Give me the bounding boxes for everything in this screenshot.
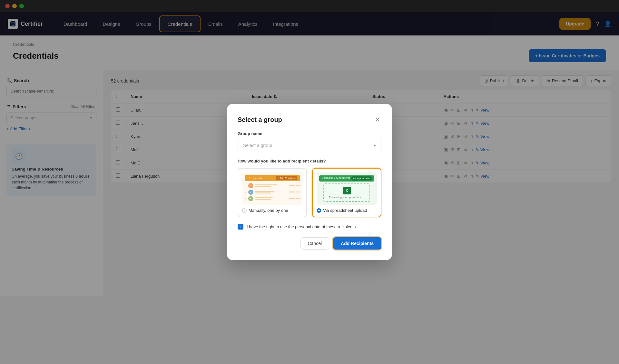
avatar-1: U	[248, 183, 253, 188]
recipients-count: 10 recipients	[247, 177, 262, 180]
method-spreadsheet-radio-row: Via spreadsheet upload	[317, 208, 377, 213]
add-recipients-button[interactable]: Add Recipients	[333, 237, 381, 250]
spreadsheet-header: Uploading 342 recipients Re-Upload File	[319, 175, 374, 182]
group-select-dropdown[interactable]: Select a group ▾	[238, 139, 381, 152]
consent-checkbox[interactable]: ✓	[238, 224, 243, 230]
spreadsheet-preview: Uploading 342 recipients Re-Upload File …	[317, 172, 377, 205]
method-spreadsheet-radio[interactable]	[317, 208, 321, 213]
chevron-down-icon: ▾	[374, 143, 376, 148]
excel-icon: X	[343, 187, 351, 194]
modal-footer: Cancel Add Recipients	[238, 237, 381, 250]
method-options: 10 recipients + Add Recipient ✓ U	[238, 168, 381, 217]
manual-row: ✓ U	[245, 183, 300, 188]
method-spreadsheet-option[interactable]: Uploading 342 recipients Re-Upload File …	[312, 168, 381, 217]
manual-header: 10 recipients + Add Recipient	[245, 175, 300, 181]
method-manual-radio[interactable]	[242, 208, 247, 213]
consent-row: ✓ I have the right to use the personal d…	[238, 224, 381, 230]
method-spreadsheet-label: Via spreadsheet upload	[323, 208, 367, 213]
modal-title: Select a group	[238, 116, 282, 123]
add-recipient-badge: + Add Recipient	[276, 176, 297, 180]
cancel-button[interactable]: Cancel	[300, 237, 329, 250]
method-manual-radio-row: Manually, one by one	[242, 208, 302, 213]
select-group-modal: Select a group ✕ Group name Select a gro…	[227, 104, 392, 260]
manual-row: ✓ J	[245, 190, 300, 195]
spreadsheet-processing-text: Processing your spreadsheet...	[329, 196, 364, 199]
manual-preview: 10 recipients + Add Recipient ✓ U	[242, 172, 302, 205]
modal-close-button[interactable]: ✕	[373, 114, 381, 125]
avatar-3: K	[248, 196, 253, 201]
manual-row: ✓ K	[245, 196, 300, 201]
group-name-label: Group name	[238, 131, 381, 136]
avatar-2: J	[248, 190, 253, 195]
modal-header: Select a group ✕	[238, 114, 381, 125]
modal-overlay[interactable]: Select a group ✕ Group name Select a gro…	[0, 0, 619, 364]
method-manual-label: Manually, one by one	[249, 208, 288, 213]
spreadsheet-drop-zone: X Processing your spreadsheet...	[323, 183, 370, 202]
consent-label: I have the right to use the personal dat…	[247, 224, 356, 229]
method-manual-option[interactable]: 10 recipients + Add Recipient ✓ U	[238, 168, 307, 217]
method-label: How would you like to add recipient deta…	[238, 159, 381, 163]
group-select-placeholder: Select a group	[243, 143, 272, 148]
